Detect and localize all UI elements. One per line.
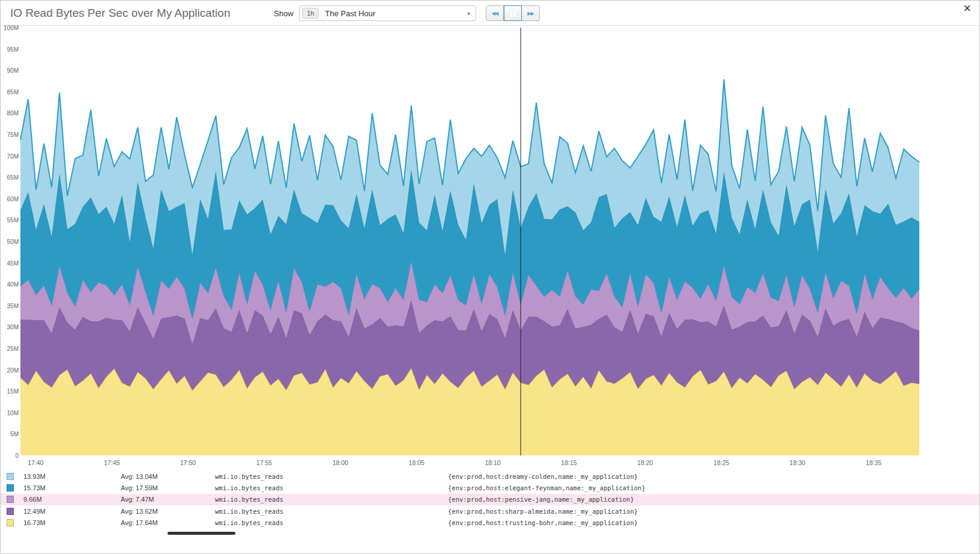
series-current-value: 15.73M <box>23 484 121 492</box>
series-current-value: 12.49M <box>23 508 121 515</box>
series-swatch <box>7 508 14 515</box>
series-swatch <box>7 484 14 492</box>
series-metric-name: wmi.io.bytes_reads <box>215 496 448 503</box>
page-title: IO Read Bytes Per Sec over My Applicatio… <box>10 7 230 20</box>
series-avg-value: Avg: 13.62M <box>121 508 215 515</box>
series-scope: {env:prod,host:dreamy-colden,name:_my_ap… <box>448 473 638 480</box>
series-swatch <box>7 519 14 526</box>
series-avg-value: Avg: 17.64M <box>121 519 215 526</box>
pause-button[interactable] <box>504 5 522 21</box>
legend-row[interactable]: 12.49M Avg: 13.62M wmi.io.bytes_reads {e… <box>1 505 980 517</box>
series-avg-value: Avg: 13.04M <box>121 473 215 480</box>
series-avg-value: Avg: 7.47M <box>121 496 215 503</box>
series-metric-name: wmi.io.bytes_reads <box>215 473 448 480</box>
fullscreen-graph-modal: IO Read Bytes Per Sec over My Applicatio… <box>0 0 980 554</box>
series-metric-name: wmi.io.bytes_reads <box>215 508 448 515</box>
series-avg-value: Avg: 17.59M <box>121 484 215 492</box>
stacked-area-chart[interactable] <box>1 26 980 470</box>
legend-row[interactable]: 16.73M Avg: 17.64M wmi.io.bytes_reads {e… <box>1 517 980 529</box>
show-label: Show <box>274 8 294 17</box>
fast-forward-icon: ▶▶ <box>527 11 533 16</box>
forward-button[interactable]: ▶▶ <box>522 5 540 21</box>
timeframe-label: The Past Hour <box>325 9 375 18</box>
graph-header: IO Read Bytes Per Sec over My Applicatio… <box>1 1 979 26</box>
legend-row[interactable]: 15.73M Avg: 17.59M wmi.io.bytes_reads {e… <box>1 482 980 493</box>
series-scope: {env:prod,host:trusting-bohr,name:_my_ap… <box>448 519 638 526</box>
series-scope: {env:prod,host:pensive-jang,name:_my_app… <box>448 496 634 503</box>
playback-controls: ◀◀ ▶▶ <box>486 5 540 21</box>
series-current-value: 9.66M <box>23 496 121 503</box>
chevron-down-icon: ▾ <box>467 10 470 17</box>
legend-row-highlighted[interactable]: 9.66M Avg: 7.47M wmi.io.bytes_reads {env… <box>1 494 980 505</box>
series-metric-name: wmi.io.bytes_reads <box>215 519 448 526</box>
horizontal-scrollbar-thumb[interactable] <box>168 532 235 535</box>
chart-region: 05M10M15M20M25M30M35M40M45M50M55M60M65M7… <box>1 26 980 470</box>
rewind-button[interactable]: ◀◀ <box>486 5 504 21</box>
pause-icon <box>509 10 516 17</box>
legend-row[interactable]: 13.93M Avg: 13.04M wmi.io.bytes_reads {e… <box>1 470 980 482</box>
rewind-icon: ◀◀ <box>492 11 498 16</box>
series-swatch <box>7 496 14 503</box>
close-icon[interactable]: × <box>963 2 971 15</box>
series-scope: {env:prod,host:elegant-feynman,name:_my_… <box>448 484 646 492</box>
timeframe-chip: 1h <box>302 8 319 19</box>
timeframe-select[interactable]: 1h The Past Hour ▾ <box>299 5 476 21</box>
series-current-value: 16.73M <box>23 519 121 526</box>
series-metric-name: wmi.io.bytes_reads <box>215 484 448 492</box>
series-scope: {env:prod,host:sharp-almeida,name:_my_ap… <box>448 508 638 515</box>
series-current-value: 13.93M <box>23 473 121 480</box>
legend: 13.93M Avg: 13.04M wmi.io.bytes_reads {e… <box>1 470 980 529</box>
series-swatch <box>7 473 14 480</box>
